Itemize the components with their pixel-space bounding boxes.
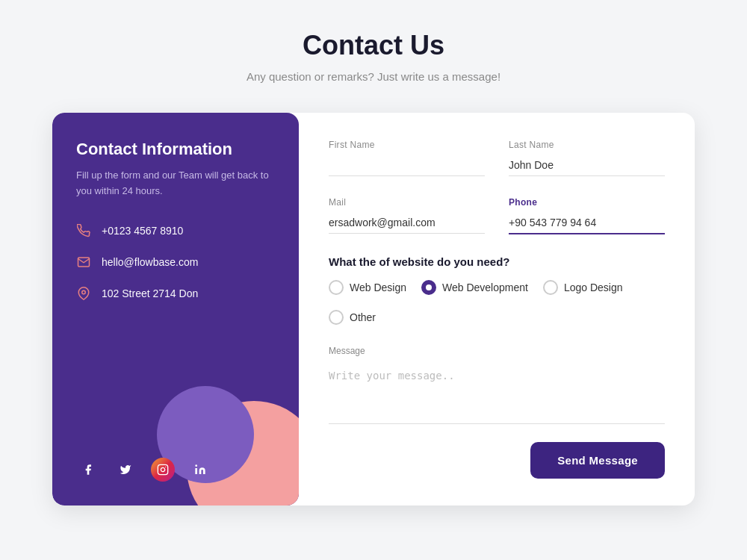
last-name-label: Last Name <box>509 140 665 150</box>
radio-web-development[interactable]: Web Development <box>421 280 528 295</box>
message-group: Message <box>329 346 665 424</box>
name-row: First Name Last Name <box>329 140 665 176</box>
page-header: Contact Us Any question or remarks? Just… <box>247 30 500 83</box>
contact-address-item: 102 Street 2714 Don <box>76 286 275 301</box>
social-links <box>76 458 275 482</box>
linkedin-link[interactable] <box>188 458 212 482</box>
left-panel: Contact Information Fill up the form and… <box>52 113 299 505</box>
radio-label-logo-design: Logo Design <box>564 281 623 293</box>
location-icon <box>76 286 91 301</box>
radio-label-web-development: Web Development <box>442 281 528 293</box>
twitter-link[interactable] <box>114 458 137 482</box>
svg-rect-1 <box>158 464 167 474</box>
send-message-button[interactable]: Send Message <box>530 442 665 479</box>
facebook-link[interactable] <box>76 458 100 482</box>
radio-label-other: Other <box>350 311 376 323</box>
radio-circle-other <box>329 310 344 325</box>
radio-label-web-design: Web Design <box>350 281 406 293</box>
message-label: Message <box>329 346 665 356</box>
mail-input[interactable] <box>329 212 485 234</box>
mail-group: Mail <box>329 197 485 234</box>
svg-point-0 <box>82 290 86 294</box>
contact-card: Contact Information Fill up the form and… <box>52 113 695 505</box>
page-wrapper: Contact Us Any question or remarks? Just… <box>0 0 747 560</box>
phone-icon <box>76 223 91 238</box>
email-icon <box>76 255 91 270</box>
first-name-label: First Name <box>329 140 485 150</box>
phone-label: Phone <box>509 197 665 208</box>
contact-info-desc: Fill up the form and our Team will get b… <box>76 168 275 199</box>
website-question: What the of website do you need? <box>329 255 665 268</box>
contact-address-text: 102 Street 2714 Don <box>102 287 198 299</box>
right-panel: First Name Last Name Mail Phone Wh <box>299 113 695 505</box>
contact-phone-text: +0123 4567 8910 <box>102 225 183 237</box>
message-input[interactable] <box>329 365 665 424</box>
phone-input[interactable] <box>509 212 665 234</box>
last-name-input[interactable] <box>509 155 665 176</box>
contact-email-item: hello@flowbase.com <box>76 255 275 270</box>
contact-phone-item: +0123 4567 8910 <box>76 223 275 238</box>
last-name-group: Last Name <box>509 140 665 176</box>
radio-group: Web Design Web Development Logo Design O… <box>329 280 665 325</box>
radio-web-design[interactable]: Web Design <box>329 280 406 295</box>
phone-group: Phone <box>509 197 665 234</box>
radio-logo-design[interactable]: Logo Design <box>543 280 623 295</box>
mail-label: Mail <box>329 197 485 208</box>
instagram-link[interactable] <box>151 458 175 482</box>
radio-circle-logo-design <box>543 280 558 295</box>
decorations <box>52 356 299 505</box>
page-title: Contact Us <box>247 30 500 61</box>
first-name-input[interactable] <box>329 155 485 176</box>
radio-other[interactable]: Other <box>329 310 376 325</box>
contact-row: Mail Phone <box>329 197 665 234</box>
radio-circle-web-design <box>329 280 344 295</box>
first-name-group: First Name <box>329 140 485 176</box>
page-subtitle: Any question or remarks? Just write us a… <box>247 70 500 83</box>
svg-point-3 <box>195 464 197 467</box>
contact-email-text: hello@flowbase.com <box>102 256 198 268</box>
radio-circle-web-development <box>421 280 436 295</box>
form-footer: Send Message <box>329 442 665 479</box>
contact-info-heading: Contact Information <box>76 140 275 159</box>
